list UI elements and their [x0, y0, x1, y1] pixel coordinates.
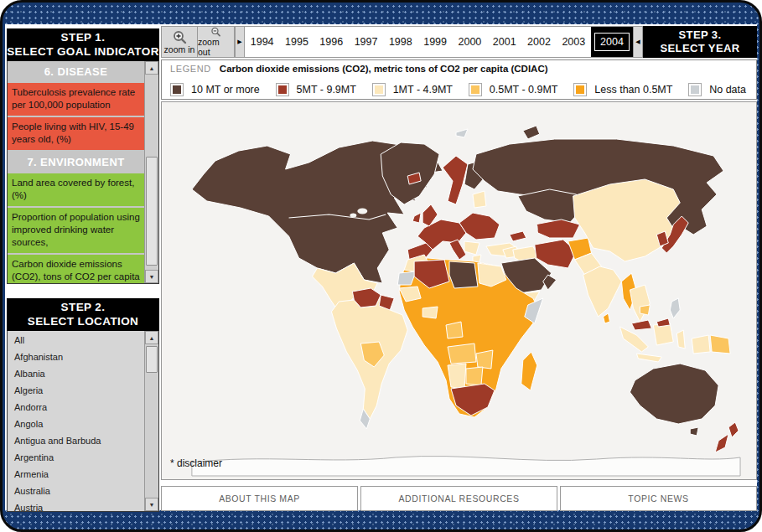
- map-region-namibia[interactable]: [448, 364, 466, 389]
- year-scroll-left-button[interactable]: ▶: [235, 26, 245, 58]
- indicator-scroll-track[interactable]: [145, 75, 158, 270]
- zoom-in-button[interactable]: zoom in: [161, 26, 198, 58]
- location-item[interactable]: Algeria: [8, 381, 144, 398]
- year-tab-1999[interactable]: 1999: [417, 27, 452, 57]
- location-item[interactable]: Afghanistan: [8, 348, 144, 364]
- year-tab-2003[interactable]: 2003: [557, 27, 591, 57]
- step2-header: STEP 2. SELECT LOCATION: [7, 298, 159, 331]
- map-region-sulawesi[interactable]: [676, 330, 685, 349]
- year-tab-2004[interactable]: 2004: [591, 27, 633, 57]
- indicator-item[interactable]: Land area covered by forest, (%): [8, 173, 144, 206]
- map-region-india[interactable]: [583, 266, 622, 317]
- indicator-list: 6. DISEASETuberculosis prevalence rate p…: [7, 61, 159, 284]
- map-region-baltics[interactable]: [473, 191, 486, 208]
- zoom-out-button[interactable]: zoom out: [198, 26, 235, 58]
- year-tab-1996[interactable]: 1996: [314, 27, 349, 57]
- location-item[interactable]: Antigua and Barbuda: [8, 431, 144, 448]
- scroll-down-icon[interactable]: ▼: [145, 498, 158, 511]
- location-item[interactable]: Austria: [8, 498, 144, 512]
- app-content: STEP 1. SELECT GOAL INDICATOR 6. DISEASE…: [5, 24, 757, 510]
- year-tab-2001[interactable]: 2001: [487, 27, 521, 57]
- year-tab-1998[interactable]: 1998: [383, 27, 417, 57]
- section-header-7: 7. ENVIRONMENT: [8, 152, 144, 173]
- map-region-caucasus[interactable]: [510, 231, 526, 241]
- legend: LEGEND Carbon dioxide emissions (CO2), m…: [161, 59, 757, 100]
- step1-title-line1: STEP 1.: [7, 30, 159, 44]
- location-item[interactable]: Australia: [8, 482, 144, 498]
- map-region-gabon-congo[interactable]: [446, 322, 463, 338]
- location-item[interactable]: All: [8, 331, 144, 348]
- location-scrollbar[interactable]: ▲ ▼: [144, 331, 158, 511]
- scroll-up-icon[interactable]: ▲: [145, 61, 158, 75]
- map-region-cambodia[interactable]: [640, 305, 650, 315]
- disclaimer-link[interactable]: * disclaimer: [170, 457, 222, 469]
- map-region-madagascar[interactable]: [521, 352, 537, 390]
- footer-button-topic-news[interactable]: TOPIC NEWS: [560, 486, 757, 511]
- location-item[interactable]: Armenia: [8, 465, 144, 482]
- zoom-in-icon: [173, 30, 187, 44]
- indicator-scrollbar[interactable]: ▲ ▼: [144, 61, 158, 283]
- scroll-up-icon[interactable]: ▲: [145, 331, 158, 344]
- footer-button-additional-resources[interactable]: ADDITIONAL RESOURCES: [360, 486, 557, 511]
- indicator-scroll-thumb[interactable]: [146, 157, 158, 266]
- legend-swatch: [573, 83, 587, 96]
- map-region-eastern-europe[interactable]: [459, 213, 500, 240]
- location-item[interactable]: Andorra: [8, 398, 144, 415]
- map-region-malaysia[interactable]: [631, 320, 651, 330]
- indicator-item[interactable]: Tuberculosis prevalence rate per 100,000…: [8, 83, 144, 116]
- map-region-botswana[interactable]: [466, 367, 483, 385]
- location-item[interactable]: Albania: [8, 364, 144, 381]
- map-region-sumatra[interactable]: [619, 327, 648, 352]
- indicator-item[interactable]: People living with HIV, 15-49 years old,…: [8, 117, 144, 150]
- legend-item-label: No data: [709, 84, 746, 96]
- footer-button-about-this-map[interactable]: ABOUT THIS MAP: [161, 486, 358, 511]
- map-region-new-zealand-north[interactable]: [728, 422, 739, 437]
- year-tab-1994[interactable]: 1994: [245, 27, 279, 57]
- map-region-central-asia[interactable]: [535, 220, 580, 238]
- location-item[interactable]: Argentina: [8, 448, 144, 465]
- zoom-in-label: zoom in: [164, 44, 195, 54]
- main-area: zoom in zoom out ▶ 199419951996199719981…: [161, 26, 757, 510]
- map-region-svalbard[interactable]: [456, 129, 468, 137]
- map-region-kazakhstan[interactable]: [518, 189, 582, 223]
- map-region-scandinavia[interactable]: [443, 156, 468, 204]
- legend-items: 10 MT or more5MT - 9.9MT1MT - 4.9MT0.5MT…: [170, 80, 749, 100]
- map-region-australia[interactable]: [630, 364, 718, 424]
- location-scroll-track[interactable]: [145, 344, 158, 498]
- map-region-java[interactable]: [636, 354, 661, 362]
- map-region-west-papua[interactable]: [692, 335, 710, 354]
- location-item[interactable]: Angola: [8, 415, 144, 431]
- indicator-item[interactable]: Carbon dioxide emissions (CO2), tons of …: [8, 255, 144, 284]
- zoom-out-icon: [209, 27, 223, 37]
- map-region-angola[interactable]: [448, 343, 476, 364]
- year-scroll-right-button[interactable]: ◀: [633, 26, 643, 58]
- year-tab-1995[interactable]: 1995: [279, 27, 314, 57]
- map-region-zambia-zimbabwe[interactable]: [476, 350, 493, 369]
- location-scroll-thumb[interactable]: [146, 346, 158, 373]
- year-tab-1997[interactable]: 1997: [349, 27, 383, 57]
- legend-item-label: 5MT - 9.9MT: [297, 84, 356, 96]
- map-region-antarctica: [192, 456, 740, 476]
- indicator-item[interactable]: Proportion of population using improved …: [8, 208, 144, 253]
- map-region-papua-new-guinea[interactable]: [710, 335, 730, 354]
- map-region-libya[interactable]: [449, 261, 478, 288]
- map-region-sri-lanka[interactable]: [604, 313, 610, 323]
- scroll-down-icon[interactable]: ▼: [145, 270, 158, 283]
- map-region-tasmania[interactable]: [690, 427, 698, 436]
- map-region-ireland[interactable]: [412, 213, 421, 223]
- map-region-italy[interactable]: [449, 240, 466, 260]
- world-map[interactable]: * disclaimer: [161, 101, 757, 480]
- legend-item: 5MT - 9.9MT: [276, 83, 356, 96]
- map-region-new-zealand-south[interactable]: [715, 434, 728, 452]
- app-frame: STEP 1. SELECT GOAL INDICATOR 6. DISEASE…: [0, 0, 762, 532]
- map-region-balkans[interactable]: [464, 241, 479, 255]
- map-region-thailand-vietnam[interactable]: [630, 285, 650, 322]
- map-region-philippines[interactable]: [670, 298, 680, 318]
- map-region-borneo[interactable]: [653, 323, 673, 345]
- year-tab-2000[interactable]: 2000: [453, 27, 487, 57]
- toolbar: zoom in zoom out ▶ 199419951996199719981…: [161, 26, 757, 58]
- map-region-novaya-zemlya[interactable]: [523, 126, 540, 139]
- map-region-ghana[interactable]: [422, 307, 438, 318]
- map-region-borneo-malaysia[interactable]: [656, 318, 670, 327]
- year-tab-2002[interactable]: 2002: [521, 27, 556, 57]
